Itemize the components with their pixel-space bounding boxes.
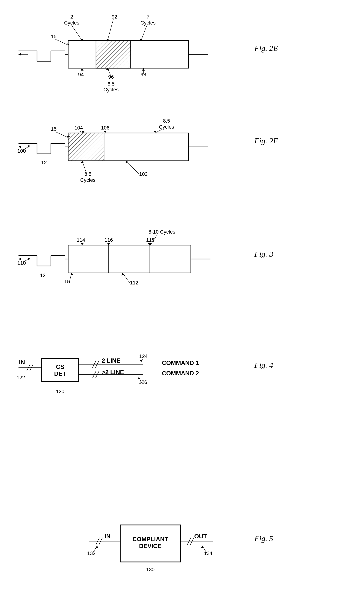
svg-rect-83 [68,245,191,273]
svg-text:110: 110 [17,260,26,266]
svg-marker-15 [67,43,70,45]
svg-marker-26 [140,39,143,40]
svg-text:Cycles: Cycles [159,124,174,130]
svg-line-145 [187,538,191,545]
svg-marker-130 [140,360,142,362]
svg-text:IN: IN [104,533,111,540]
svg-text:8-10 Cycles: 8-10 Cycles [148,229,175,235]
svg-line-33 [107,68,111,76]
svg-text:100: 100 [17,148,26,154]
svg-line-123 [95,361,99,368]
svg-marker-63 [104,131,107,133]
svg-line-132 [139,377,142,383]
svg-rect-47 [68,133,104,160]
svg-line-112 [26,364,30,371]
svg-text:12: 12 [40,273,46,278]
svg-text:96: 96 [108,74,114,80]
svg-marker-29 [81,68,83,71]
svg-line-105 [69,273,72,282]
svg-line-73 [82,161,87,174]
svg-text:15: 15 [51,126,56,132]
svg-marker-66 [28,145,30,148]
svg-text:6.5: 6.5 [84,171,91,177]
svg-marker-106 [70,273,73,275]
svg-marker-19 [80,39,83,40]
svg-line-21 [107,19,113,40]
svg-text:15: 15 [64,279,70,285]
svg-line-122 [92,361,96,368]
svg-line-129 [141,359,143,362]
svg-marker-57 [154,131,156,133]
svg-text:8.5: 8.5 [163,118,170,124]
svg-marker-154 [201,546,204,548]
svg-line-124 [92,371,96,378]
svg-line-18 [72,26,82,40]
svg-marker-82 [18,258,21,260]
svg-marker-22 [106,39,109,40]
svg-text:Fig. 4: Fig. 4 [254,361,273,369]
svg-text:Cycles: Cycles [103,87,119,92]
svg-text:IN: IN [19,359,25,366]
svg-rect-8 [96,40,131,68]
svg-marker-151 [95,546,98,548]
svg-line-113 [30,364,33,371]
svg-marker-45 [18,146,21,148]
svg-text:COMPLIANT: COMPLIANT [132,536,168,543]
svg-text:102: 102 [139,171,148,177]
svg-line-65 [23,146,30,150]
svg-text:104: 104 [75,125,83,131]
svg-marker-6 [18,53,21,55]
svg-text:2: 2 [70,14,73,20]
svg-text:130: 130 [146,567,155,572]
svg-text:106: 106 [101,125,110,131]
svg-text:12: 12 [41,160,47,165]
svg-text:124: 124 [139,353,148,359]
page: 15 2 Cycles 92 7 Cycles 94 96 6.5 Cycles… [0,0,364,611]
svg-marker-70 [126,161,128,163]
svg-text:118: 118 [146,237,155,243]
svg-line-56 [155,130,162,133]
svg-marker-60 [81,131,84,133]
svg-line-138 [96,538,99,545]
svg-line-153 [202,546,207,553]
svg-text:132: 132 [87,550,96,556]
svg-text:COMMAND 2: COMMAND 2 [162,370,199,377]
svg-line-25 [141,26,147,40]
svg-text:Cycles: Cycles [64,20,79,26]
svg-marker-37 [142,68,145,71]
svg-marker-133 [138,377,140,379]
svg-text:98: 98 [141,72,146,78]
svg-marker-34 [106,68,109,70]
svg-marker-96 [107,243,110,245]
svg-line-146 [190,538,194,545]
svg-text:92: 92 [112,14,117,20]
svg-line-150 [92,546,97,553]
svg-marker-53 [67,136,70,138]
svg-text:94: 94 [78,72,84,78]
svg-text:Fig. 2E: Fig. 2E [254,44,278,52]
svg-rect-141 [120,525,180,562]
svg-rect-10 [96,41,130,68]
svg-text:OUT: OUT [194,533,207,540]
svg-marker-109 [121,273,124,275]
svg-text:112: 112 [130,280,139,286]
svg-line-108 [123,273,130,283]
svg-text:6.5: 6.5 [107,81,115,87]
svg-line-125 [95,371,99,378]
svg-text:120: 120 [56,389,65,394]
svg-line-52 [55,132,68,138]
svg-text:Fig. 2F: Fig. 2F [254,136,278,145]
svg-marker-102 [28,258,30,260]
svg-text:>2 LINE: >2 LINE [102,369,124,376]
svg-text:114: 114 [77,237,85,243]
svg-text:DET: DET [54,370,66,377]
svg-text:DEVICE: DEVICE [139,543,162,549]
svg-marker-74 [81,161,83,163]
svg-line-139 [99,538,103,545]
svg-text:15: 15 [51,34,56,39]
svg-marker-93 [81,243,83,245]
svg-marker-90 [149,243,152,245]
svg-rect-7 [68,40,188,68]
svg-text:134: 134 [204,550,212,556]
svg-text:116: 116 [104,237,113,243]
